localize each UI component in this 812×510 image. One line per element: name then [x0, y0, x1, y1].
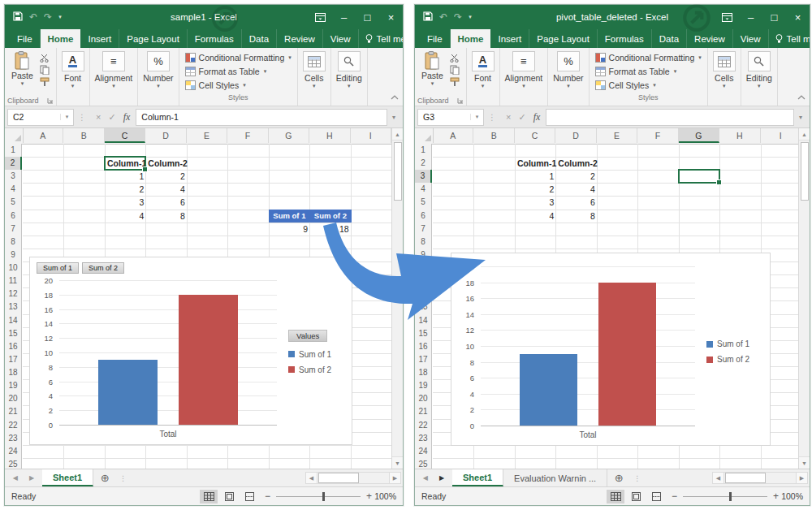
sheet-tab-sheet1[interactable]: Sheet1 [452, 469, 503, 486]
editing-group-button[interactable]: Editing ▾ [331, 48, 368, 106]
zoom-out-icon[interactable]: − [672, 491, 677, 502]
dialog-launcher-icon[interactable] [47, 97, 54, 104]
cancel-icon[interactable]: × [96, 112, 101, 122]
row-header-16[interactable]: 16 [5, 340, 22, 353]
close-button[interactable]: × [379, 5, 403, 29]
zoom-thumb[interactable] [729, 492, 732, 501]
cell-styles-button[interactable]: Cell Styles▾ [595, 79, 702, 92]
row-header-17[interactable]: 17 [415, 353, 432, 366]
zoom-level[interactable]: 100% [779, 491, 803, 501]
column-header-B[interactable]: B [63, 128, 104, 143]
scroll-up-icon[interactable]: ▲ [392, 128, 403, 140]
copy-icon[interactable] [40, 65, 50, 75]
row-header-2[interactable]: 2 [5, 157, 22, 170]
row-header-15[interactable]: 15 [5, 327, 22, 340]
row-header-14[interactable]: 14 [415, 314, 432, 327]
zoom-thumb[interactable] [322, 492, 325, 501]
row-header-14[interactable]: 14 [5, 314, 22, 327]
horizontal-scrollbar[interactable]: ◀ ▶ [712, 469, 810, 486]
row-header-3[interactable]: 3 [415, 170, 432, 183]
cell-D6[interactable]: 8 [145, 210, 187, 223]
tab-page-layout[interactable]: Page Layout [529, 29, 598, 48]
row-header-20[interactable]: 20 [415, 392, 432, 405]
enter-icon[interactable]: ✓ [518, 112, 525, 123]
row-header-13[interactable]: 13 [5, 300, 22, 313]
cell-C4[interactable]: 2 [515, 183, 556, 196]
formula-bar[interactable]: Column-1 [136, 109, 387, 126]
cells-group-button[interactable]: Cells ▾ [298, 48, 331, 106]
cell-D3[interactable]: 2 [145, 170, 187, 183]
row-header-5[interactable]: 5 [415, 196, 432, 209]
tab-view[interactable]: View [733, 29, 769, 48]
row-header-24[interactable]: 24 [415, 445, 432, 458]
save-icon[interactable] [423, 11, 433, 24]
page-break-view-button[interactable] [240, 490, 258, 504]
vscroll-thumb[interactable] [801, 142, 809, 201]
copy-icon[interactable] [450, 65, 460, 75]
cell-C6[interactable]: 4 [105, 210, 146, 223]
cell-D3[interactable]: 2 [555, 170, 597, 183]
cell-D2[interactable]: Column-2 [145, 157, 187, 170]
insert-function-icon[interactable]: fx [533, 111, 541, 123]
scroll-down-icon[interactable]: ▼ [392, 456, 403, 469]
row-header-7[interactable]: 7 [5, 223, 22, 236]
field-button-sum-of-2[interactable]: Sum of 2 [82, 262, 124, 274]
tab-data[interactable]: Data [242, 29, 277, 48]
column-header-G[interactable]: G [679, 128, 719, 143]
column-header-H[interactable]: H [309, 128, 350, 143]
column-header-H[interactable]: H [719, 128, 760, 143]
cell-D6[interactable]: 8 [555, 210, 597, 223]
qat-customize-icon[interactable]: ▾ [58, 14, 62, 20]
fill-handle[interactable] [716, 179, 722, 185]
zoom-in-icon[interactable]: + [366, 491, 372, 502]
row-header-9[interactable]: 9 [5, 249, 22, 261]
cell-C3[interactable]: 1 [515, 170, 556, 183]
fill-handle[interactable] [142, 166, 148, 172]
tab-home[interactable]: Home [41, 29, 81, 48]
cell-C5[interactable]: 3 [515, 196, 556, 209]
row-header-18[interactable]: 18 [415, 366, 432, 379]
row-header-11[interactable]: 11 [5, 274, 22, 287]
collapse-ribbon-icon[interactable] [391, 89, 399, 103]
row-header-17[interactable]: 17 [5, 353, 22, 366]
column-header-D[interactable]: D [145, 128, 186, 143]
cell-D2[interactable]: Column-2 [555, 157, 597, 170]
row-header-19[interactable]: 19 [5, 379, 22, 392]
scroll-right-icon[interactable]: ▶ [389, 472, 401, 484]
cell-G7[interactable]: 9 [269, 223, 310, 236]
tell-me-box[interactable]: Tell me... [769, 29, 810, 48]
font-group-button[interactable]: A Font ▾ [57, 48, 90, 106]
tab-view[interactable]: View [323, 29, 359, 48]
number-group-button[interactable]: % Number ▾ [138, 48, 179, 106]
conditional-formatting-button[interactable]: Conditional Formatting▾ [185, 51, 292, 64]
cells-group-button[interactable]: Cells ▾ [708, 48, 741, 106]
maximize-button[interactable]: □ [356, 5, 379, 29]
name-box-caret-icon[interactable]: ▾ [60, 114, 73, 120]
row-header-24[interactable]: 24 [5, 445, 22, 458]
column-header-I[interactable]: I [351, 128, 391, 143]
undo-icon[interactable]: ↶ [439, 11, 447, 23]
column-header-F[interactable]: F [227, 128, 268, 143]
page-break-view-button[interactable] [647, 490, 665, 504]
name-box-caret-icon[interactable]: ▾ [470, 114, 483, 120]
row-header-8[interactable]: 8 [415, 236, 432, 249]
pivot-chart[interactable]: Sum of 1Sum of 202468101214161820TotalVa… [29, 257, 352, 445]
cell-D4[interactable]: 4 [145, 183, 187, 196]
new-sheet-button[interactable]: ⊕ [607, 469, 630, 486]
row-header-4[interactable]: 4 [5, 183, 22, 196]
close-button[interactable]: × [786, 5, 810, 29]
column-header-C[interactable]: C [515, 128, 555, 143]
row-header-3[interactable]: 3 [5, 170, 22, 183]
name-box[interactable]: C2 ▾ [7, 109, 74, 126]
tab-review[interactable]: Review [687, 29, 733, 48]
row-header-21[interactable]: 21 [5, 405, 22, 418]
insert-function-icon[interactable]: fx [123, 111, 131, 123]
row-header-12[interactable]: 12 [415, 287, 432, 300]
cell-C6[interactable]: 4 [515, 210, 556, 223]
tab-formulas[interactable]: Formulas [188, 29, 242, 48]
vertical-scrollbar[interactable]: ▲ ▼ [391, 128, 403, 469]
zoom-slider[interactable]: − + [265, 491, 372, 502]
collapse-ribbon-icon[interactable] [797, 89, 806, 103]
horizontal-scrollbar[interactable]: ◀ ▶ [305, 469, 403, 486]
row-header-25[interactable]: 25 [415, 458, 432, 469]
